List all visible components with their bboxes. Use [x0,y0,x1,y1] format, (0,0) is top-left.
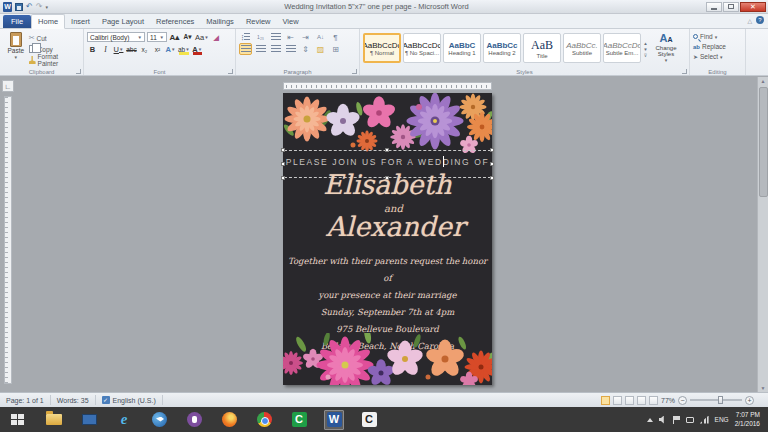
bride-name[interactable]: Elisabeth [283,169,492,200]
tab-review[interactable]: Review [240,15,277,28]
taskbar-camtasia[interactable]: C [289,410,309,430]
zoom-level[interactable]: 77% [661,397,675,404]
style-subtle-emphasis[interactable]: AaBbCcDc Subtle Em... [603,33,641,63]
scrollbar-thumb[interactable] [759,87,768,197]
multilevel-list-button[interactable] [269,31,282,43]
highlight-color-button[interactable]: ab▼ [178,44,190,55]
taskbar-file-explorer[interactable] [44,410,64,430]
taskbar-firefox[interactable] [219,410,239,430]
font-dialog-launcher-icon[interactable] [228,69,233,74]
vertical-scrollbar[interactable]: ▲ ▼ [757,77,768,392]
zoom-slider[interactable] [690,399,742,401]
taskbar-viber[interactable] [184,410,204,430]
paragraph-dialog-launcher-icon[interactable] [352,69,357,74]
grow-font-button[interactable]: A▴ [169,32,180,43]
line-spacing-button[interactable]: ⇕ [299,43,312,55]
selection-handle[interactable] [281,148,285,152]
tab-mailings[interactable]: Mailings [200,15,240,28]
taskbar-camtasia-recorder[interactable]: C [359,410,379,430]
italic-button[interactable]: I [100,44,111,55]
vertical-ruler[interactable] [4,96,12,384]
scroll-up-icon[interactable]: ▲ [758,77,768,85]
page-count[interactable]: Page: 1 of 1 [0,395,51,405]
taskbar-chrome[interactable] [254,410,274,430]
word-count[interactable]: Words: 35 [51,395,96,405]
styles-scroll-up-icon[interactable]: ▲ [641,41,650,46]
paste-button[interactable]: Paste ▾ [3,31,29,67]
styles-dialog-launcher-icon[interactable] [682,69,687,74]
tab-insert[interactable]: Insert [65,15,96,28]
close-button[interactable]: ✕ [740,2,766,12]
save-icon[interactable] [15,3,23,11]
zoom-slider-thumb[interactable] [718,396,723,404]
superscript-button[interactable]: x² [152,44,163,55]
font-color-button[interactable]: A▼ [192,44,203,55]
style-no-spacing[interactable]: AaBbCcDc ¶ No Spaci... [403,33,441,63]
sort-button[interactable]: A↓ [314,31,327,43]
align-left-button[interactable] [239,43,252,55]
zoom-out-button[interactable]: − [678,396,687,405]
styles-scroll-down-icon[interactable]: ▼ [641,47,650,52]
align-right-button[interactable] [269,43,282,55]
show-paragraph-marks-button[interactable]: ¶ [329,31,342,43]
tab-file[interactable]: File [3,15,31,28]
change-styles-button[interactable]: AA Change Styles ▾ [650,31,682,67]
clear-formatting-button[interactable]: ◢ [211,32,222,43]
help-icon[interactable]: ? [756,16,764,24]
clock[interactable]: 7:07 PM 2/1/2016 [735,411,763,428]
web-layout-view-button[interactable] [625,396,634,405]
justify-button[interactable] [284,43,297,55]
numbering-button[interactable]: 1₂₃ [254,31,267,43]
volume-icon[interactable] [659,416,667,424]
bold-button[interactable]: B [87,44,98,55]
taskbar-thunderbird[interactable] [149,410,169,430]
taskbar-desktop[interactable] [79,410,99,430]
word-app-icon[interactable]: W [3,2,12,12]
selection-handle[interactable] [490,148,494,152]
styles-gallery-expand-icon[interactable]: ⊽ [641,53,650,58]
select-button[interactable]: ➤ Select ▾ [693,52,742,61]
paste-dropdown-icon[interactable]: ▾ [15,54,18,60]
style-normal[interactable]: AaBbCcDc ¶ Normal [363,33,401,63]
redo-icon[interactable]: ↷ [36,3,43,11]
minimize-ribbon-icon[interactable]: △ [747,17,752,24]
strikethrough-button[interactable]: abc [126,44,137,55]
tray-expand-icon[interactable] [647,418,653,422]
tab-home[interactable]: Home [31,14,65,29]
tab-page-layout[interactable]: Page Layout [96,15,150,28]
network-signal-icon[interactable] [700,416,709,424]
align-center-button[interactable] [254,43,267,55]
underline-button[interactable]: U▼ [113,44,124,55]
invitation-header-text[interactable]: PLEASE JOIN US FOR A WEDDING OF [283,157,492,167]
clipboard-dialog-launcher-icon[interactable] [76,69,81,74]
proofing-language[interactable]: ✓ English (U.S.) [96,395,163,405]
bullets-button[interactable]: ⁝ [239,31,252,43]
start-button[interactable] [0,407,34,432]
taskbar-word-active[interactable]: W [324,410,344,430]
increase-indent-button[interactable]: ⇥ [299,31,312,43]
shrink-font-button[interactable]: A▾ [182,32,193,43]
decrease-indent-button[interactable]: ⇤ [284,31,297,43]
power-icon[interactable] [686,417,694,423]
taskbar-internet-explorer[interactable]: e [114,410,134,430]
groom-name[interactable]: Alexander [291,211,500,242]
undo-icon[interactable]: ↶ [26,3,33,11]
text-effects-button[interactable]: A▼ [165,44,176,55]
change-case-button[interactable]: Aa▼ [195,32,209,43]
invitation-page[interactable]: PLEASE JOIN US FOR A WEDDING OF Elisabet… [283,93,492,385]
selection-handle[interactable] [385,148,389,152]
action-center-flag-icon[interactable] [673,416,680,424]
font-family-select[interactable]: Calibri (Body) ▼ [87,32,145,42]
outline-view-button[interactable] [637,396,646,405]
style-heading2[interactable]: AaBbCc Heading 2 [483,33,521,63]
language-indicator[interactable]: ENG [715,416,729,423]
style-title[interactable]: AaB Title [523,33,561,63]
style-heading1[interactable]: AaBbC Heading 1 [443,33,481,63]
format-painter-button[interactable]: Format Painter [29,55,80,65]
font-size-select[interactable]: 11 ▼ [147,32,167,42]
minimize-button[interactable] [706,2,722,12]
replace-button[interactable]: ab Replace [693,42,742,51]
shading-button[interactable]: ▨ [314,43,327,55]
tab-view[interactable]: View [276,15,304,28]
zoom-in-button[interactable]: + [745,396,754,405]
